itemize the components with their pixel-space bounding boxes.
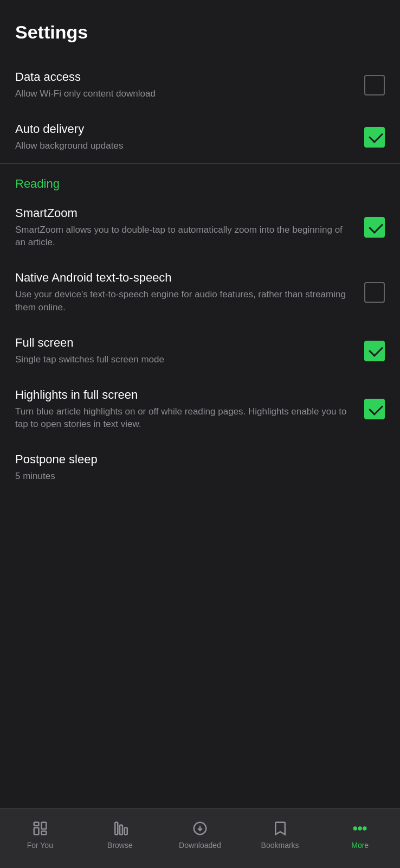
- smartzoom-desc: SmartZoom allows you to double-tap to au…: [15, 224, 353, 250]
- native-tts-checkbox[interactable]: [364, 282, 385, 303]
- highlights-title: Highlights in full screen: [15, 388, 353, 402]
- nav-downloaded[interactable]: Downloaded: [178, 819, 222, 850]
- full-screen-desc: Single tap switches full screen mode: [15, 353, 353, 366]
- browse-label: Browse: [107, 841, 133, 850]
- nav-bookmarks[interactable]: Bookmarks: [259, 819, 302, 850]
- auto-delivery-desc: Allow background updates: [15, 139, 353, 152]
- bottom-navigation: For You Browse Downloaded Bookma: [0, 808, 400, 868]
- svg-rect-0: [34, 822, 39, 825]
- bookmarks-icon: [271, 819, 289, 838]
- data-access-desc: Allow Wi-Fi only content download: [15, 87, 353, 100]
- postpone-sleep-desc: 5 minutes: [15, 470, 374, 483]
- downloaded-icon: [191, 819, 209, 838]
- downloaded-label: Downloaded: [179, 841, 221, 850]
- svg-rect-3: [41, 831, 46, 834]
- native-tts-item: Native Android text-to-speech Use your d…: [0, 260, 400, 325]
- smartzoom-item: SmartZoom SmartZoom allows you to double…: [0, 195, 400, 260]
- more-icon: [351, 819, 369, 838]
- for-you-label: For You: [27, 841, 53, 850]
- postpone-sleep-item[interactable]: Postpone sleep 5 minutes: [0, 442, 400, 494]
- page-title: Settings: [0, 0, 400, 59]
- svg-rect-2: [41, 822, 46, 829]
- native-tts-title: Native Android text-to-speech: [15, 271, 353, 285]
- native-tts-desc: Use your device's text-to-speech engine …: [15, 288, 353, 314]
- svg-point-11: [363, 827, 366, 829]
- smartzoom-title: SmartZoom: [15, 206, 353, 220]
- highlights-checkbox[interactable]: [364, 399, 385, 419]
- data-access-title: Data access: [15, 70, 353, 84]
- data-access-item: Data access Allow Wi-Fi only content dow…: [0, 59, 400, 111]
- browse-icon: [111, 819, 129, 838]
- bookmarks-label: Bookmarks: [261, 841, 299, 850]
- auto-delivery-checkbox[interactable]: [364, 127, 385, 148]
- data-access-section: Data access Allow Wi-Fi only content dow…: [0, 59, 400, 163]
- highlights-item: Highlights in full screen Turn blue arti…: [0, 377, 400, 442]
- nav-for-you[interactable]: For You: [18, 819, 62, 850]
- reading-section: SmartZoom SmartZoom allows you to double…: [0, 195, 400, 494]
- full-screen-checkbox[interactable]: [364, 341, 385, 361]
- highlights-desc: Turn blue article highlights on or off w…: [15, 405, 353, 431]
- svg-rect-1: [34, 827, 39, 834]
- postpone-sleep-title: Postpone sleep: [15, 452, 374, 467]
- auto-delivery-title: Auto delivery: [15, 122, 353, 136]
- svg-point-9: [354, 827, 357, 829]
- full-screen-item: Full screen Single tap switches full scr…: [0, 325, 400, 377]
- svg-rect-4: [115, 822, 118, 834]
- smartzoom-checkbox[interactable]: [364, 217, 385, 238]
- for-you-icon: [31, 819, 49, 838]
- nav-more[interactable]: More: [338, 819, 382, 850]
- more-label: More: [351, 841, 369, 850]
- svg-point-10: [359, 827, 362, 829]
- svg-rect-6: [125, 827, 127, 834]
- svg-rect-5: [120, 825, 122, 834]
- nav-browse[interactable]: Browse: [98, 819, 141, 850]
- reading-section-label: Reading: [0, 164, 400, 195]
- full-screen-title: Full screen: [15, 336, 353, 350]
- auto-delivery-item: Auto delivery Allow background updates: [0, 111, 400, 163]
- data-access-checkbox[interactable]: [364, 75, 385, 95]
